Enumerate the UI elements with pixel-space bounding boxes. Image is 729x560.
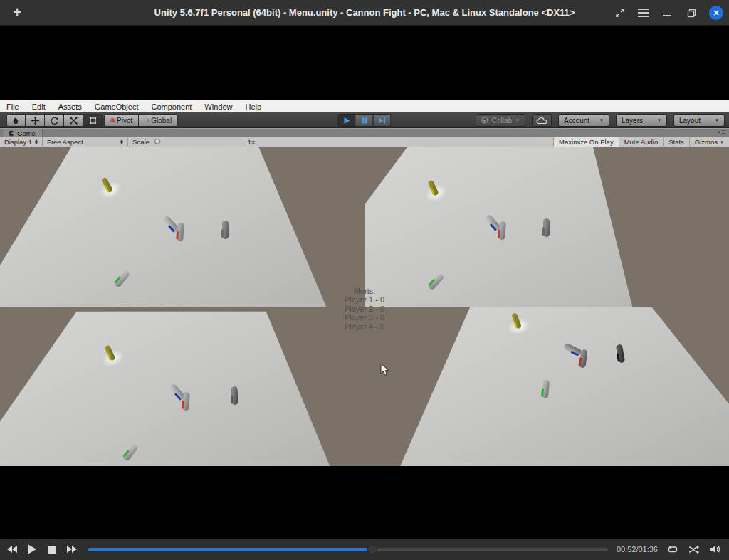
rewind-icon	[6, 545, 18, 554]
global-button[interactable]: Global	[139, 114, 178, 127]
volume-icon	[710, 544, 721, 554]
mute-audio-label: Mute Audio	[624, 138, 659, 146]
collab-button[interactable]: Collab ▼	[476, 114, 525, 127]
layers-caret-icon: ▼	[657, 118, 661, 122]
red-cannon	[498, 221, 506, 241]
mouse-cursor-icon	[380, 363, 389, 379]
repeat-icon	[668, 545, 678, 554]
menu-file[interactable]: File	[0, 102, 26, 111]
play-media-button[interactable]	[24, 541, 40, 557]
transform-tools	[6, 114, 103, 127]
aspect-dropdown[interactable]: Free Aspect	[43, 137, 128, 147]
globe-icon	[145, 118, 149, 122]
scale-label: Scale	[132, 138, 150, 146]
pivot-label: Pivot	[117, 117, 132, 125]
new-tab-icon[interactable]: +	[9, 4, 26, 21]
scale-icon	[69, 116, 78, 125]
hand-tool-button[interactable]	[6, 114, 26, 127]
media-player-bar: 00:52/01:36	[0, 539, 729, 560]
shuffle-button[interactable]	[686, 541, 702, 557]
volume-button[interactable]	[708, 541, 723, 557]
restore-icon[interactable]	[685, 6, 698, 19]
scale-control: Scale 1x	[128, 137, 259, 147]
game-panel-tabbar: Game ▾☰	[0, 128, 729, 137]
score-title: Morts:	[322, 287, 407, 295]
pivot-icon	[110, 118, 115, 122]
account-dropdown[interactable]: Account ▼	[558, 114, 609, 127]
shuffle-icon	[688, 545, 700, 554]
menu-icon[interactable]	[638, 9, 649, 17]
seek-bar[interactable]	[88, 548, 608, 551]
menu-help[interactable]: Help	[238, 102, 268, 111]
progress-fill	[88, 548, 372, 551]
gizmos-label: Gizmos	[695, 138, 718, 146]
pivot-button[interactable]: Pivot	[104, 114, 139, 127]
scale-slider[interactable]	[155, 142, 242, 142]
layers-label: Layers	[622, 117, 643, 125]
play-media-icon	[27, 544, 37, 555]
game-viewport[interactable]: Morts: Player 1 - 0 Player 2 - 0 Player …	[0, 147, 729, 466]
game-quadrant	[0, 147, 364, 307]
step-icon	[378, 117, 386, 125]
minimize-icon[interactable]	[661, 6, 673, 19]
stats-label: Stats	[668, 138, 684, 146]
gray-cannon	[543, 218, 550, 237]
tab-game-label: Game	[17, 130, 36, 137]
rect-icon	[88, 116, 98, 125]
cloud-icon	[536, 117, 547, 125]
repeat-button[interactable]	[665, 541, 681, 557]
layers-dropdown[interactable]: Layers ▼	[616, 114, 667, 127]
menu-assets[interactable]: Assets	[52, 102, 88, 111]
rotate-icon	[50, 116, 59, 125]
score-line: Player 1 - 0	[322, 295, 407, 304]
game-controls-bar: Display 1 Free Aspect Scale 1x Maximize …	[0, 137, 729, 147]
fast-forward-button[interactable]	[64, 541, 80, 557]
rotate-tool-button[interactable]	[45, 114, 64, 127]
scale-slider-knob[interactable]	[154, 139, 160, 144]
close-icon[interactable]: ✕	[709, 6, 723, 20]
menu-window[interactable]: Window	[198, 102, 238, 111]
updown-icon	[35, 139, 38, 144]
layout-dropdown[interactable]: Layout ▼	[673, 114, 725, 127]
gizmos-dropdown[interactable]: Gizmos ▼	[689, 137, 729, 147]
panel-menu-icon[interactable]: ▾☰	[718, 130, 726, 135]
rect-tool-button[interactable]	[83, 114, 103, 127]
stop-button[interactable]	[44, 541, 60, 557]
pause-icon	[360, 117, 368, 125]
updown-icon	[120, 139, 123, 144]
rewind-button[interactable]	[4, 541, 20, 557]
time-display: 00:52/01:36	[617, 545, 658, 554]
stop-icon	[48, 545, 57, 554]
move-tool-button[interactable]	[26, 114, 45, 127]
stats-button[interactable]: Stats	[663, 137, 689, 147]
maximize-on-play-label: Maximize On Play	[559, 138, 614, 146]
ground-plane	[0, 307, 364, 466]
menu-edit[interactable]: Edit	[26, 102, 52, 111]
progress-handle[interactable]	[367, 544, 377, 554]
gray-cannon	[231, 386, 238, 405]
play-button[interactable]	[338, 114, 356, 127]
collab-caret-icon: ▼	[515, 118, 520, 122]
move-icon	[31, 116, 40, 125]
game-quadrant	[364, 307, 729, 466]
cloud-button[interactable]	[532, 114, 552, 127]
game-quadrant	[364, 147, 729, 307]
layout-label: Layout	[679, 117, 701, 125]
pause-button[interactable]	[356, 114, 374, 127]
menu-component[interactable]: Component	[145, 102, 198, 111]
playmode-controls	[338, 114, 392, 127]
collab-label: Collab	[492, 117, 512, 125]
score-line: Player 3 - 0	[322, 313, 407, 322]
step-button[interactable]	[374, 114, 392, 127]
red-cannon	[177, 223, 184, 242]
menu-gameobject[interactable]: GameObject	[88, 102, 145, 111]
scale-tool-button[interactable]	[64, 114, 83, 127]
maximize-on-play-button[interactable]: Maximize On Play	[553, 137, 619, 147]
display-dropdown[interactable]: Display 1	[0, 137, 43, 147]
game-view-icon	[8, 130, 14, 137]
hand-icon	[11, 116, 21, 125]
mute-audio-button[interactable]: Mute Audio	[619, 137, 664, 147]
red-cannon	[182, 392, 190, 411]
global-label: Global	[151, 117, 172, 125]
fullscreen-icon[interactable]	[614, 6, 626, 19]
